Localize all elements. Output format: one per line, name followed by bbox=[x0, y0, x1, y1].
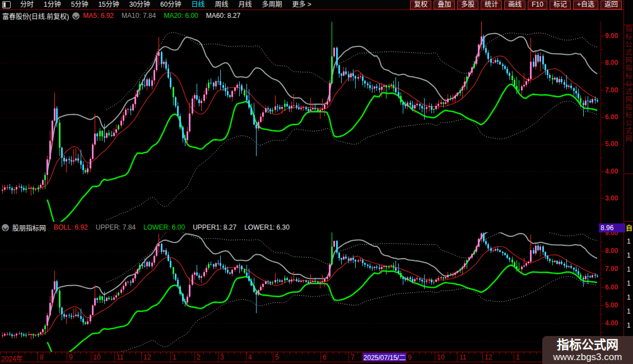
axis-border-line bbox=[601, 21, 601, 362]
month-separator bbox=[38, 352, 38, 362]
price-axis-top: 9.008.007.006.005.004.003.00 bbox=[601, 21, 623, 222]
edge-text-fragment: 指标公式网指标公式网指标公式网 bbox=[625, 25, 633, 216]
period-menu: 分时1分钟5分钟15分钟30分钟60分钟日线周线月线多周期更多 ˃ bbox=[15, 0, 316, 10]
edge-yellow-char: 自 bbox=[626, 223, 632, 232]
toolbar-button[interactable]: 标记 bbox=[550, 1, 571, 10]
stock-title: 富春股份(日线.前复权) bbox=[2, 11, 69, 21]
period-toolbar: 分时1分钟5分钟15分钟30分钟60分钟日线周线月线多周期更多 ˃ 复权叠加多股… bbox=[0, 0, 633, 10]
indicator-value-label: LOWER1: 6.30 bbox=[244, 223, 290, 231]
indicator-name: 股朋指标网 bbox=[12, 223, 46, 232]
toolbar-button[interactable]: +自选 bbox=[573, 1, 598, 10]
price-axis-label: 7.00 bbox=[605, 265, 618, 273]
month-label: 3 bbox=[220, 353, 224, 361]
edge-number: 1 bbox=[627, 307, 631, 315]
period-menu-item[interactable]: 分时 bbox=[15, 0, 39, 10]
date-axis-ticks bbox=[0, 352, 601, 354]
ma-values: MA5: 6.92MA10: 7.84MA20: 6.00MA60: 8.27 bbox=[83, 12, 248, 20]
toolbar-button[interactable]: F10 bbox=[528, 1, 547, 10]
period-menu-item[interactable]: 日线 bbox=[186, 0, 210, 10]
month-label: 4 bbox=[248, 353, 252, 361]
price-axis-bottom: 9.008.007.006.005.004.00 bbox=[601, 232, 623, 352]
crosshair-price-badge: 8.96 bbox=[599, 223, 625, 232]
toolbar-button[interactable]: 复权 bbox=[410, 1, 431, 10]
period-menu-item[interactable]: 多周期 bbox=[257, 0, 287, 10]
month-separator bbox=[348, 352, 349, 362]
stock-app-window: 分时1分钟5分钟15分钟30分钟60分钟日线周线月线多周期更多 ˃ 复权叠加多股… bbox=[0, 0, 633, 364]
indicator-value-label: LOWER: 6.00 bbox=[143, 223, 185, 231]
edge-number: 1 bbox=[627, 293, 631, 301]
edge-number: 1 bbox=[627, 279, 631, 287]
chevron-down-circle-icon[interactable] bbox=[2, 224, 9, 231]
toolbar-button[interactable]: 返回 bbox=[601, 1, 622, 10]
strip-separator bbox=[624, 84, 633, 85]
month-separator bbox=[362, 352, 362, 362]
indicator-value-label: BOLL: 6.92 bbox=[54, 223, 88, 231]
price-axis-label: 8.00 bbox=[605, 247, 618, 255]
clipped-right-panel: 指标公式网指标公式网指标公式网自1111111 bbox=[623, 0, 633, 364]
period-menu-item[interactable]: 更多 ˃ bbox=[287, 0, 316, 10]
price-axis-label: 3.00 bbox=[605, 194, 618, 202]
month-label: 12 bbox=[485, 353, 492, 361]
toolbar-buttons: 复权叠加多股统计画线F10标记+自选返回 bbox=[410, 1, 622, 10]
month-label: 12 bbox=[143, 353, 151, 361]
indicator-title-row: 股朋指标网 BOLL: 6.92UPPER: 7.84LOWER: 6.00UP… bbox=[0, 222, 601, 233]
date-axis[interactable]: 2024年891011121234567910111212025/07/15/二 bbox=[0, 352, 633, 362]
month-separator bbox=[273, 352, 273, 362]
edge-number: 1 bbox=[627, 237, 631, 245]
period-menu-item[interactable]: 5分钟 bbox=[66, 0, 94, 10]
period-menu-item[interactable]: 1分钟 bbox=[39, 0, 66, 10]
edge-number: 1 bbox=[627, 321, 631, 329]
month-label: 6 bbox=[323, 353, 327, 361]
month-label: 1 bbox=[173, 353, 176, 361]
period-menu-item[interactable]: 30分钟 bbox=[124, 0, 155, 10]
indicator-value-label: UPPER: 7.84 bbox=[96, 223, 136, 231]
selected-date-badge[interactable]: 2025/07/15/二 bbox=[363, 353, 406, 361]
indicator-candlestick-chart[interactable] bbox=[0, 232, 601, 352]
period-menu-item[interactable]: 15分钟 bbox=[93, 0, 124, 10]
month-separator bbox=[482, 352, 483, 362]
chevron-down-circle-icon[interactable] bbox=[72, 12, 80, 20]
watermark-title: 指标公式网 bbox=[557, 338, 618, 352]
toolbar-button[interactable]: 多股 bbox=[457, 1, 478, 10]
toolbar-button[interactable]: 统计 bbox=[481, 1, 502, 10]
price-axis-label: 4.00 bbox=[605, 319, 618, 327]
edge-number: 1 bbox=[627, 251, 631, 259]
period-menu-item[interactable]: 周线 bbox=[210, 0, 233, 10]
period-menu-item[interactable]: 月线 bbox=[234, 0, 257, 10]
indicator-value-label: UPPER1: 8.27 bbox=[193, 223, 236, 231]
ma-value-label: MA60: 8.27 bbox=[206, 12, 240, 20]
ma-value-label: MA20: 6.00 bbox=[164, 12, 198, 20]
toolbar-button[interactable]: 叠加 bbox=[434, 1, 455, 10]
panel-toggle-icon[interactable] bbox=[2, 1, 11, 8]
indicator-values: BOLL: 6.92UPPER: 7.84LOWER: 6.00UPPER1: … bbox=[54, 223, 297, 231]
month-label: 2024年 bbox=[1, 353, 23, 363]
month-label: 9 bbox=[408, 353, 412, 361]
month-separator bbox=[114, 352, 115, 362]
main-candlestick-chart[interactable] bbox=[0, 21, 601, 222]
price-axis-label: 5.00 bbox=[605, 140, 618, 148]
month-label: 9 bbox=[69, 353, 73, 361]
ma-value-label: MA5: 6.92 bbox=[83, 12, 114, 20]
month-label: 11 bbox=[117, 353, 123, 361]
chart-title-row: 富春股份(日线.前复权) MA5: 6.92MA10: 7.84MA20: 6.… bbox=[0, 10, 601, 21]
price-axis-label: 6.00 bbox=[605, 113, 618, 121]
toolbar-button[interactable]: 画线 bbox=[504, 1, 525, 10]
month-label: 11 bbox=[459, 353, 466, 361]
strip-separator bbox=[624, 221, 633, 222]
month-label: 10 bbox=[437, 353, 444, 361]
month-label: 7 bbox=[351, 353, 355, 361]
month-separator bbox=[91, 352, 91, 362]
month-label: 2 bbox=[197, 353, 201, 361]
month-separator bbox=[246, 352, 246, 362]
price-axis-label: 9.00 bbox=[605, 32, 618, 40]
month-separator bbox=[435, 352, 435, 362]
month-separator bbox=[218, 352, 218, 362]
period-menu-item[interactable]: 60分钟 bbox=[155, 0, 186, 10]
price-axis-label: 6.00 bbox=[605, 283, 618, 291]
month-label: 1 bbox=[516, 353, 520, 361]
ma-value-label: MA10: 7.84 bbox=[122, 12, 156, 20]
site-watermark: 指标公式网 www.zbgs3.com bbox=[542, 336, 633, 364]
month-separator bbox=[170, 352, 171, 362]
watermark-url: www.zbgs3.com bbox=[553, 352, 622, 362]
month-label: 5 bbox=[275, 353, 279, 361]
